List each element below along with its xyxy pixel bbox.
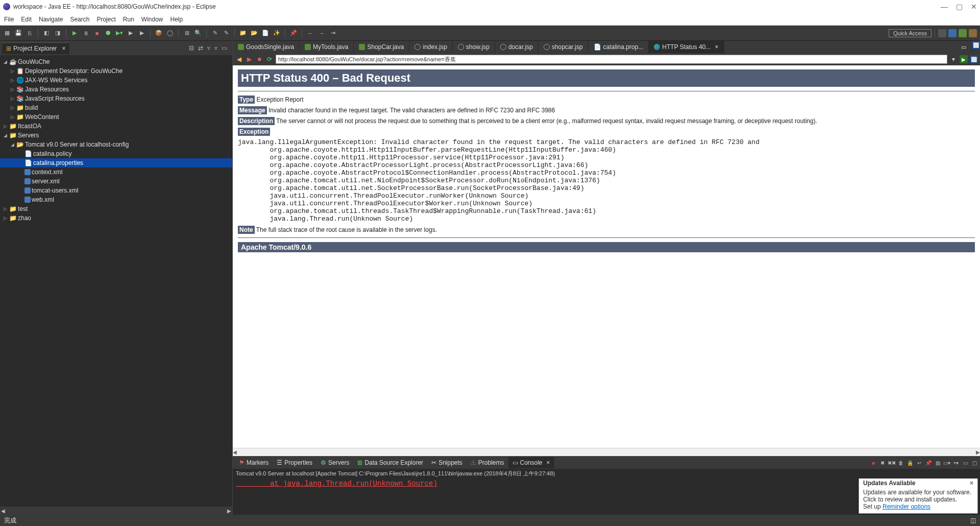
stop-icon[interactable]: ■ (255, 55, 263, 63)
expand-icon[interactable]: ◢ (2, 59, 8, 64)
menu-project[interactable]: Project (96, 16, 115, 23)
new-console-icon[interactable]: +▾ (952, 459, 960, 466)
window-close-button[interactable]: ✕ (971, 3, 977, 11)
expand-icon[interactable]: ▷ (9, 96, 15, 101)
close-icon[interactable]: × (547, 459, 550, 466)
tree-item[interactable]: test (18, 205, 28, 212)
java-perspective-icon[interactable] (969, 29, 977, 37)
run-server-icon[interactable]: ▶ (127, 29, 135, 37)
tree-item[interactable]: JAX-WS Web Services (25, 77, 87, 84)
nav-back-icon[interactable]: ← (306, 29, 314, 37)
close-icon[interactable]: × (715, 43, 718, 51)
menu-edit[interactable]: Edit (21, 16, 32, 23)
tree-item[interactable]: catalina.policy (33, 150, 71, 157)
url-dropdown-icon[interactable]: ▾ (949, 55, 958, 63)
display-selected-icon[interactable]: ▤ (934, 459, 941, 466)
horizontal-scrollbar[interactable]: ◀ ▶ (233, 448, 980, 456)
pin-icon[interactable]: 📌 (289, 29, 298, 37)
debug-perspective-icon[interactable] (959, 29, 967, 37)
editor-tab[interactable]: 📄catalina.prop... (589, 41, 649, 53)
editor-tab[interactable]: GoodsSingle.java (233, 41, 300, 53)
open-type-icon[interactable]: ⊞ (183, 29, 191, 37)
maximize-icon[interactable]: ▢ (971, 459, 978, 466)
maximize-button[interactable]: ⬜ (972, 41, 980, 49)
view-menu-icon[interactable]: ▿ (214, 44, 217, 52)
window-maximize-button[interactable]: ▢ (956, 3, 963, 11)
maximize-browser-button[interactable]: ⬜ (970, 55, 978, 63)
tab-snippets[interactable]: ✂Snippets (427, 457, 467, 468)
remove-launch-icon[interactable]: ✖ (879, 459, 886, 466)
minimize-button[interactable]: ▭ (956, 41, 972, 53)
progress-icon[interactable]: ◫ (970, 517, 976, 524)
expand-icon[interactable]: ▷ (9, 78, 15, 83)
search-icon[interactable]: 🔍 (194, 29, 202, 37)
tree-item[interactable]: Deployment Descriptor: GouWuChe (25, 67, 122, 75)
tree-item[interactable]: zhao (18, 214, 31, 222)
expand-icon[interactable]: ▷ (9, 68, 15, 74)
annotation-icon[interactable]: ✎ (222, 29, 230, 37)
scroll-lock-icon[interactable]: 🔒 (906, 459, 914, 466)
tree-item[interactable]: context.xml (32, 169, 63, 176)
project-explorer-tab[interactable]: ⊞ Project Explorer × (2, 42, 69, 54)
menu-help[interactable]: Help (170, 16, 183, 23)
tab-console[interactable]: ▭Console× (508, 457, 554, 468)
tab-markers[interactable]: ⚑Markers (235, 457, 273, 468)
remove-all-icon[interactable]: ✖✖ (888, 459, 895, 466)
expand-icon[interactable]: ▷ (2, 206, 8, 211)
menu-run[interactable]: Run (123, 16, 134, 23)
editor-tab[interactable]: ShopCar.java (354, 41, 409, 53)
back-icon[interactable]: ◀ (235, 55, 243, 63)
project-tree[interactable]: ◢☕ GouWuChe ▷📋 Deployment Descriptor: Go… (0, 55, 232, 507)
run-dropdown-icon[interactable]: ▶▾ (115, 29, 124, 37)
expand-icon[interactable]: ▷ (2, 124, 8, 129)
editor-tab-active[interactable]: HTTP Status 40...× (649, 41, 724, 53)
focus-icon[interactable]: ▿ (207, 44, 210, 52)
terminate-icon[interactable]: ■ (870, 459, 877, 466)
open-console-icon[interactable]: ▭▾ (943, 459, 950, 466)
tree-item[interactable]: Java Resources (25, 86, 69, 93)
editor-tab[interactable]: docar.jsp (495, 41, 538, 53)
run-icon[interactable]: ▶ (70, 29, 79, 37)
tree-item[interactable]: Servers (18, 132, 39, 139)
menu-navigate[interactable]: Navigate (39, 16, 63, 23)
collapse-all-icon[interactable]: ⊟ (189, 44, 194, 52)
toggle-icon[interactable]: ◧ (42, 29, 51, 37)
folder-icon[interactable]: 📂 (250, 29, 258, 37)
folder-icon[interactable]: 📁 (239, 29, 247, 37)
tree-item[interactable]: web.xml (32, 196, 54, 203)
open-perspective-icon[interactable] (938, 29, 946, 37)
editor-tab[interactable]: show.jsp (453, 41, 495, 53)
new-class-icon[interactable]: ◯ (166, 29, 174, 37)
clear-icon[interactable]: 🗑 (897, 459, 904, 466)
minimize-icon[interactable]: ▭ (222, 44, 227, 52)
external-tools-icon[interactable]: ▶ (138, 29, 146, 37)
forward-icon[interactable]: ▶ (245, 55, 253, 63)
save-icon[interactable]: 💾 (14, 29, 22, 37)
wizard-icon[interactable]: ✨ (273, 29, 281, 37)
tree-item[interactable]: build (25, 104, 38, 111)
toggle-icon[interactable]: ◨ (54, 29, 62, 37)
tree-item[interactable]: ItcastOA (18, 123, 41, 130)
word-wrap-icon[interactable]: ↩ (916, 459, 923, 466)
reminder-options-link[interactable]: Reminder options (883, 503, 930, 510)
expand-icon[interactable]: ▷ (2, 216, 8, 221)
tab-properties[interactable]: ☰Properties (273, 457, 316, 468)
menu-window[interactable]: Window (141, 16, 163, 23)
scroll-left-icon[interactable]: ◀ (1, 508, 5, 514)
tab-data-source-explorer[interactable]: ⊞Data Source Explorer (353, 457, 427, 468)
scroll-right-icon[interactable]: ▶ (227, 508, 231, 514)
editor-tab[interactable]: index.jsp (409, 41, 452, 53)
link-editor-icon[interactable]: ⇄ (198, 44, 203, 52)
menu-search[interactable]: Search (70, 16, 89, 23)
expand-icon[interactable]: ▷ (9, 87, 15, 92)
new-icon[interactable]: ▦ (3, 29, 11, 37)
tree-item[interactable]: catalina.properties (33, 159, 83, 166)
console-body[interactable]: at java.lang.Thread.run(Unknown Source) … (233, 479, 980, 515)
expand-icon[interactable]: ◢ (9, 142, 15, 147)
close-icon[interactable]: × (62, 45, 65, 52)
annotation-icon[interactable]: ✎ (211, 29, 219, 37)
expand-icon[interactable]: ◢ (2, 133, 8, 138)
window-minimize-button[interactable]: — (941, 3, 948, 11)
menu-file[interactable]: File (4, 16, 14, 23)
quick-access-input[interactable]: Quick Access (889, 29, 932, 37)
